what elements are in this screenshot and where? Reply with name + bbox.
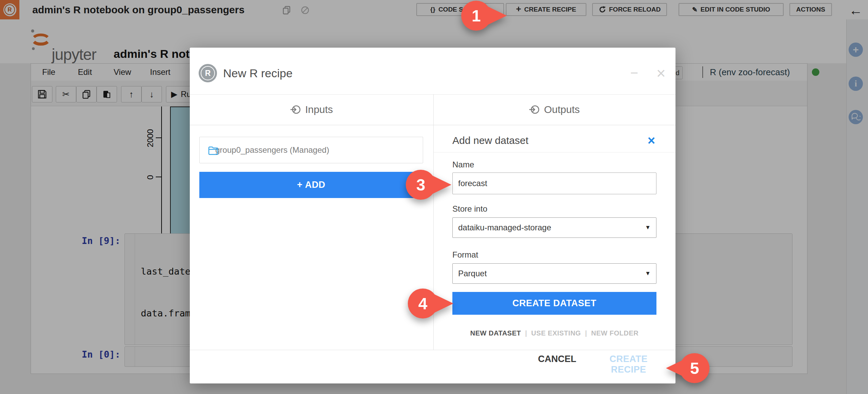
add-input-label: + ADD <box>297 180 325 190</box>
modal-title: New R recipe <box>223 67 293 80</box>
add-new-dataset-title: Add new dataset <box>452 135 529 146</box>
link-separator: | <box>585 329 587 337</box>
inputs-pane-header: Inputs <box>190 94 433 125</box>
screenshot-root: R admin's R notebook on group0_passenger… <box>0 0 868 394</box>
new-folder-link[interactable]: NEW FOLDER <box>591 329 638 337</box>
r-recipe-modal-icon: R <box>199 64 217 82</box>
cancel-button[interactable]: CANCEL <box>533 354 581 364</box>
input-dataset-row[interactable]: group0_passengers (Managed) <box>199 137 423 163</box>
format-label: Format <box>452 250 478 260</box>
badge-number: 1 <box>461 1 491 31</box>
use-existing-link[interactable]: USE EXISTING <box>531 329 581 337</box>
output-arrow-icon <box>529 104 540 115</box>
recipe-letter: R <box>205 69 211 78</box>
add-input-button[interactable]: + ADD <box>199 172 423 198</box>
create-recipe-submit-button[interactable]: CREATE RECIPE <box>591 354 666 375</box>
outputs-pane-header: Outputs <box>433 94 675 125</box>
badge-number: 4 <box>408 289 438 318</box>
panel-divider <box>434 152 675 152</box>
create-dataset-button[interactable]: CREATE DATASET <box>452 292 656 315</box>
link-separator: | <box>525 329 527 337</box>
badge-number: 5 <box>680 353 710 383</box>
close-icon[interactable]: × <box>656 64 666 82</box>
new-r-recipe-modal: R New R recipe − × Inputs Outputs <box>190 48 675 383</box>
format-value: Parquet <box>458 269 487 278</box>
store-into-label: Store into <box>452 204 487 214</box>
format-select[interactable]: Parquet ▼ <box>452 263 656 284</box>
caret-down-icon: ▼ <box>645 224 651 231</box>
caret-down-icon: ▼ <box>645 270 651 277</box>
store-into-value: dataiku-managed-storage <box>458 223 551 232</box>
inputs-header-label: Inputs <box>305 104 333 115</box>
create-dataset-label: CREATE DATASET <box>513 298 597 309</box>
input-arrow-icon <box>290 104 301 115</box>
name-label: Name <box>452 160 474 169</box>
dataset-folder-icon <box>208 145 219 155</box>
minimize-icon[interactable]: − <box>630 65 638 81</box>
new-dataset-link[interactable]: NEW DATASET <box>470 329 521 337</box>
badge-number: 3 <box>406 170 436 200</box>
dataset-name-input[interactable] <box>452 173 656 194</box>
dataset-mode-links: NEW DATASET | USE EXISTING | NEW FOLDER <box>452 329 656 337</box>
outputs-header-label: Outputs <box>544 104 580 115</box>
store-into-select[interactable]: dataiku-managed-storage ▼ <box>452 217 656 238</box>
input-dataset-label: group0_passengers (Managed) <box>215 145 329 155</box>
footer-divider <box>190 350 675 350</box>
pane-header-divider <box>190 125 675 125</box>
panel-close-icon[interactable]: × <box>648 133 655 148</box>
